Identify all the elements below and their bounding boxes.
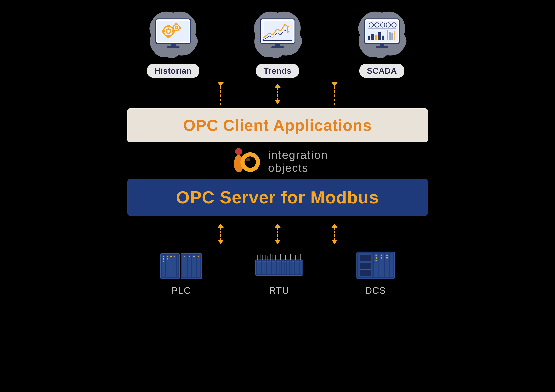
trends-arrow-down [274,100,281,104]
svg-point-107 [300,261,301,263]
dcs-dashed-line [334,228,335,240]
bottom-arrows-row [218,224,338,244]
scada-label: SCADA [359,64,405,78]
svg-rect-82 [282,261,284,274]
svg-rect-81 [279,261,281,274]
svg-point-56 [163,256,164,257]
trends-dashed-line [277,87,278,100]
svg-point-104 [292,261,294,263]
rtu-icon [254,250,305,282]
svg-rect-75 [264,261,266,274]
svg-point-98 [277,261,279,263]
svg-rect-15 [167,46,180,48]
svg-rect-4 [167,25,170,28]
plc-arrow-down [218,240,224,244]
svg-rect-11 [175,29,177,31]
svg-rect-33 [375,35,377,40]
svg-point-139 [381,257,382,259]
trends-arrow [274,84,281,104]
svg-rect-88 [297,261,299,274]
svg-point-103 [290,261,291,263]
svg-rect-53 [169,255,173,278]
svg-rect-5 [167,35,170,38]
opc-server-label: OPC Server for Modbus [176,188,379,207]
svg-rect-10 [175,23,177,25]
io-text-integration: integration [268,148,328,161]
trends-arrow-up [274,84,281,88]
svg-rect-133 [385,253,389,277]
svg-rect-131 [374,253,379,277]
svg-point-100 [282,261,284,263]
svg-rect-66 [197,255,200,278]
svg-rect-72 [257,261,259,274]
svg-rect-12 [172,27,174,29]
svg-point-57 [163,258,164,260]
scada-monitor-icon [363,17,401,52]
svg-point-135 [375,255,377,256]
svg-rect-87 [295,261,297,274]
scada-arrow-down [331,82,338,86]
svg-rect-31 [368,36,370,40]
io-logo-area: integration objects [227,147,328,176]
historian-icon-wrap [146,9,200,60]
svg-rect-73 [259,261,261,274]
top-arrows-row [218,82,338,105]
svg-rect-76 [267,261,269,274]
plc-arrow [218,224,224,244]
dcs-icon [355,250,396,282]
scada-dashed-line [334,86,335,105]
svg-rect-83 [285,261,286,274]
svg-rect-37 [389,32,391,40]
scada-block: SCADA [355,9,409,78]
svg-rect-80 [277,261,279,274]
svg-rect-132 [380,253,384,277]
svg-rect-85 [290,261,292,274]
svg-rect-55 [177,255,178,278]
svg-point-106 [297,261,299,263]
svg-rect-22 [275,43,280,47]
svg-rect-6 [162,30,165,33]
svg-rect-74 [262,261,264,274]
dcs-arrow [331,224,338,244]
svg-rect-13 [179,27,181,29]
trends-monitor-icon [259,17,297,52]
historian-label: Historian [147,64,199,78]
svg-point-105 [295,261,296,263]
svg-rect-51 [162,255,165,278]
svg-rect-128 [360,255,371,261]
opc-client-label: OPC Client Applications [183,116,372,134]
svg-point-96 [272,261,274,263]
trends-block: Trends [251,9,305,78]
svg-point-60 [167,258,168,260]
svg-rect-63 [182,255,187,278]
dcs-arrow-up [331,224,338,228]
svg-point-138 [381,255,382,256]
plc-dashed-line [220,228,221,240]
svg-point-94 [267,261,269,263]
scada-arrow [331,82,338,105]
svg-rect-86 [292,261,294,274]
svg-point-90 [257,261,258,263]
svg-point-92 [262,261,263,263]
historian-block: Historian [146,9,200,78]
svg-point-59 [167,256,168,257]
svg-point-44 [235,148,242,155]
svg-rect-14 [171,43,175,47]
svg-point-91 [259,261,261,263]
plc-icon [159,250,203,282]
svg-rect-65 [192,255,196,278]
rtu-arrow [274,224,281,244]
dcs-label: DCS [365,285,386,296]
svg-point-140 [386,255,388,256]
io-text-objects: objects [268,161,328,174]
scada-icon-wrap [355,9,409,60]
svg-point-95 [270,261,271,263]
rtu-label: RTU [269,285,289,296]
svg-point-102 [287,261,289,263]
svg-rect-77 [269,261,271,274]
svg-rect-78 [272,261,274,274]
svg-rect-34 [378,32,381,40]
svg-point-99 [280,261,281,263]
svg-rect-43 [376,46,388,48]
opc-client-box: OPC Client Applications [127,108,428,142]
